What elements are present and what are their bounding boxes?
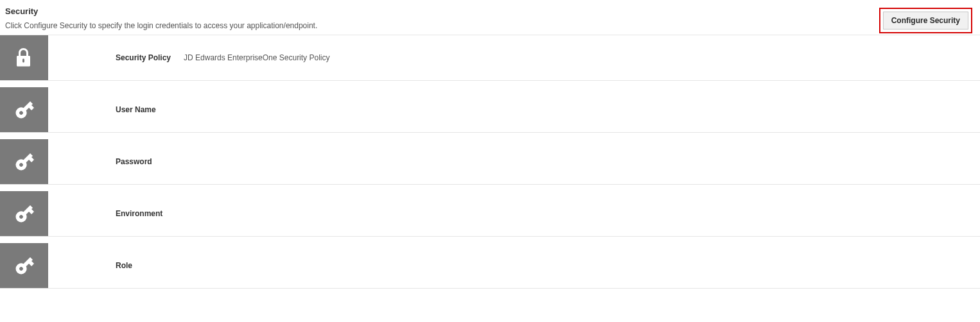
- configure-security-highlight: Configure Security: [879, 8, 972, 33]
- password-label: Password: [116, 157, 152, 166]
- key-icon: [0, 243, 48, 288]
- security-policy-value: JD Edwards EnterpriseOne Security Policy: [184, 53, 329, 62]
- section-title: Security: [5, 6, 317, 16]
- environment-label: Environment: [116, 209, 162, 218]
- security-policy-label: Security Policy: [116, 53, 171, 62]
- row-environment: Environment: [0, 191, 980, 237]
- lock-icon: [0, 35, 48, 80]
- row-username: User Name: [0, 87, 980, 133]
- key-icon: [0, 87, 48, 132]
- section-header: Security Click Configure Security to spe…: [0, 0, 980, 35]
- key-icon: [0, 139, 48, 184]
- section-description: Click Configure Security to specify the …: [5, 21, 317, 30]
- key-icon: [0, 191, 48, 236]
- row-password: Password: [0, 139, 980, 185]
- role-label: Role: [116, 261, 132, 270]
- username-label: User Name: [116, 105, 156, 114]
- row-role: Role: [0, 243, 980, 289]
- configure-security-button[interactable]: Configure Security: [883, 12, 968, 30]
- row-security-policy: Security Policy JD Edwards EnterpriseOne…: [0, 35, 980, 81]
- security-rows: Security Policy JD Edwards EnterpriseOne…: [0, 35, 980, 289]
